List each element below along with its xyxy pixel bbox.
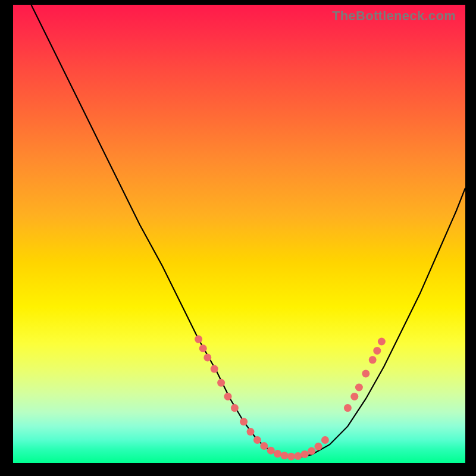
highlight-dot	[294, 452, 302, 460]
highlight-dot	[231, 404, 239, 412]
highlight-dot	[195, 336, 202, 343]
highlight-dot	[344, 404, 352, 412]
watermark: TheBottleneck.com	[332, 8, 456, 24]
highlight-dot	[281, 452, 289, 459]
bottleneck-curve	[31, 5, 465, 458]
highlight-dot	[247, 428, 255, 436]
highlight-dot	[350, 393, 358, 400]
highlight-dot	[308, 447, 315, 455]
highlight-dot	[211, 365, 218, 373]
highlight-dot	[274, 450, 281, 458]
chart-stage: TheBottleneck.com	[0, 0, 476, 476]
highlight-dot	[217, 379, 225, 387]
highlight-dot	[315, 443, 322, 450]
highlight-dot	[203, 353, 211, 361]
highlight-dot	[362, 369, 369, 377]
highlight-dot	[369, 356, 377, 364]
highlight-dot	[373, 347, 381, 355]
highlight-dot	[267, 447, 275, 455]
highlight-dots	[195, 336, 386, 461]
curve-layer	[13, 5, 465, 463]
highlight-dot	[321, 436, 329, 444]
highlight-dot	[287, 453, 295, 461]
highlight-dot	[378, 338, 386, 346]
plot-area: TheBottleneck.com	[13, 5, 465, 463]
highlight-dot	[253, 436, 261, 444]
highlight-dot	[355, 384, 363, 392]
highlight-dot	[240, 418, 248, 425]
highlight-dot	[301, 450, 309, 458]
highlight-dot	[199, 345, 207, 352]
highlight-dot	[260, 442, 268, 450]
highlight-dot	[224, 393, 232, 400]
